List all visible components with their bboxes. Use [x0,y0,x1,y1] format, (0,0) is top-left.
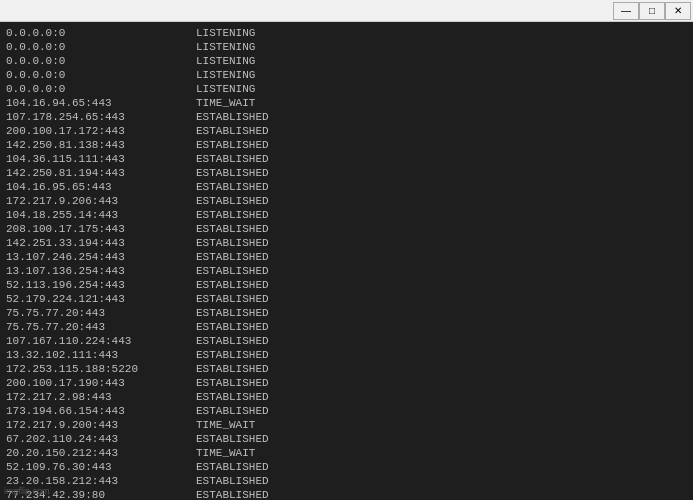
title-bar-controls: — □ ✕ [613,2,691,20]
terminal-state: LISTENING [196,68,255,82]
terminal-line: 67.202.110.24:443ESTABLISHED [6,432,687,446]
terminal-line: 52.109.76.30:443ESTABLISHED [6,460,687,474]
terminal-ip: 0.0.0.0:0 [6,54,196,68]
title-bar: — □ ✕ [0,0,693,22]
terminal-ip: 200.100.17.172:443 [6,124,196,138]
terminal-state: ESTABLISHED [196,488,269,500]
terminal-line: 0.0.0.0:0LISTENING [6,68,687,82]
terminal-ip: 104.16.94.65:443 [6,96,196,110]
close-button[interactable]: ✕ [665,2,691,20]
terminal-line: 172.217.2.98:443ESTABLISHED [6,390,687,404]
terminal-output: 0.0.0.0:0LISTENING0.0.0.0:0LISTENING0.0.… [0,22,693,500]
terminal-ip: 75.75.77.20:443 [6,320,196,334]
terminal-state: LISTENING [196,26,255,40]
terminal-state: ESTABLISHED [196,432,269,446]
terminal-line: 13.32.102.111:443ESTABLISHED [6,348,687,362]
terminal-state: ESTABLISHED [196,334,269,348]
terminal-ip: 173.194.66.154:443 [6,404,196,418]
terminal-line: 75.75.77.20:443ESTABLISHED [6,320,687,334]
terminal-line: 0.0.0.0:0LISTENING [6,26,687,40]
terminal-ip: 172.217.9.200:443 [6,418,196,432]
terminal-ip: 0.0.0.0:0 [6,68,196,82]
terminal-ip: 104.16.95.65:443 [6,180,196,194]
terminal-ip: 172.217.2.98:443 [6,390,196,404]
terminal-ip: 142.251.33.194:443 [6,236,196,250]
terminal-state: ESTABLISHED [196,222,269,236]
terminal-line: 20.20.150.212:443TIME_WAIT [6,446,687,460]
terminal-line: 0.0.0.0:0LISTENING [6,40,687,54]
terminal-line: 104.36.115.111:443ESTABLISHED [6,152,687,166]
terminal-ip: 52.179.224.121:443 [6,292,196,306]
terminal-line: 208.100.17.175:443ESTABLISHED [6,222,687,236]
maximize-button[interactable]: □ [639,2,665,20]
terminal-state: LISTENING [196,54,255,68]
terminal-line: 172.253.115.188:5220ESTABLISHED [6,362,687,376]
terminal-ip: 52.113.196.254:443 [6,278,196,292]
terminal-state: ESTABLISHED [196,278,269,292]
terminal-line: 173.194.66.154:443ESTABLISHED [6,404,687,418]
terminal-line: 0.0.0.0:0LISTENING [6,82,687,96]
terminal-state: ESTABLISHED [196,460,269,474]
terminal-state: ESTABLISHED [196,264,269,278]
terminal-state: ESTABLISHED [196,166,269,180]
terminal-state: TIME_WAIT [196,418,255,432]
terminal-state: ESTABLISHED [196,306,269,320]
terminal-ip: 13.32.102.111:443 [6,348,196,362]
terminal-ip: 13.107.136.254:443 [6,264,196,278]
terminal-state: ESTABLISHED [196,362,269,376]
terminal-ip: 52.109.76.30:443 [6,460,196,474]
terminal-ip: 200.100.17.190:443 [6,376,196,390]
terminal-ip: 208.100.17.175:443 [6,222,196,236]
watermark: imgflip.com [4,486,50,496]
terminal-line: 13.107.136.254:443ESTABLISHED [6,264,687,278]
terminal-line: 172.217.9.206:443ESTABLISHED [6,194,687,208]
terminal-ip: 107.178.254.65:443 [6,110,196,124]
terminal-state: ESTABLISHED [196,152,269,166]
terminal-state: ESTABLISHED [196,236,269,250]
terminal-ip: 172.253.115.188:5220 [6,362,196,376]
terminal-state: ESTABLISHED [196,376,269,390]
terminal-line: 75.75.77.20:443ESTABLISHED [6,306,687,320]
terminal-state: ESTABLISHED [196,250,269,264]
terminal-line: 142.250.81.194:443ESTABLISHED [6,166,687,180]
terminal-line: 200.100.17.172:443ESTABLISHED [6,124,687,138]
terminal-ip: 142.250.81.138:443 [6,138,196,152]
terminal-line: 142.250.81.138:443ESTABLISHED [6,138,687,152]
terminal-ip: 0.0.0.0:0 [6,26,196,40]
terminal-state: LISTENING [196,82,255,96]
terminal-line: 23.20.158.212:443ESTABLISHED [6,474,687,488]
terminal-ip: 20.20.150.212:443 [6,446,196,460]
terminal-state: ESTABLISHED [196,208,269,222]
terminal-ip: 104.18.255.14:443 [6,208,196,222]
terminal-line: 107.167.110.224:443ESTABLISHED [6,334,687,348]
terminal-state: ESTABLISHED [196,110,269,124]
terminal-ip: 172.217.9.206:443 [6,194,196,208]
terminal-ip: 0.0.0.0:0 [6,82,196,96]
terminal-line: 104.18.255.14:443ESTABLISHED [6,208,687,222]
main-window: — □ ✕ 0.0.0.0:0LISTENING0.0.0.0:0LISTENI… [0,0,693,500]
terminal-ip: 13.107.246.254:443 [6,250,196,264]
terminal-state: ESTABLISHED [196,404,269,418]
terminal-state: ESTABLISHED [196,180,269,194]
terminal-line: 104.16.94.65:443TIME_WAIT [6,96,687,110]
terminal-ip: 75.75.77.20:443 [6,306,196,320]
terminal-line: 107.178.254.65:443ESTABLISHED [6,110,687,124]
minimize-button[interactable]: — [613,2,639,20]
terminal-line: 172.217.9.200:443TIME_WAIT [6,418,687,432]
terminal-line: 104.16.95.65:443ESTABLISHED [6,180,687,194]
terminal-line: 52.179.224.121:443ESTABLISHED [6,292,687,306]
terminal-ip: 104.36.115.111:443 [6,152,196,166]
terminal-line: 0.0.0.0:0LISTENING [6,54,687,68]
terminal-line: 52.113.196.254:443ESTABLISHED [6,278,687,292]
terminal-state: ESTABLISHED [196,194,269,208]
terminal-state: ESTABLISHED [196,292,269,306]
terminal-ip: 0.0.0.0:0 [6,40,196,54]
terminal-state: TIME_WAIT [196,446,255,460]
terminal-state: ESTABLISHED [196,138,269,152]
terminal-state: ESTABLISHED [196,124,269,138]
terminal-ip: 67.202.110.24:443 [6,432,196,446]
terminal-state: ESTABLISHED [196,348,269,362]
terminal-line: 142.251.33.194:443ESTABLISHED [6,236,687,250]
terminal-line: 77.234.42.39:80ESTABLISHED [6,488,687,500]
terminal-state: LISTENING [196,40,255,54]
